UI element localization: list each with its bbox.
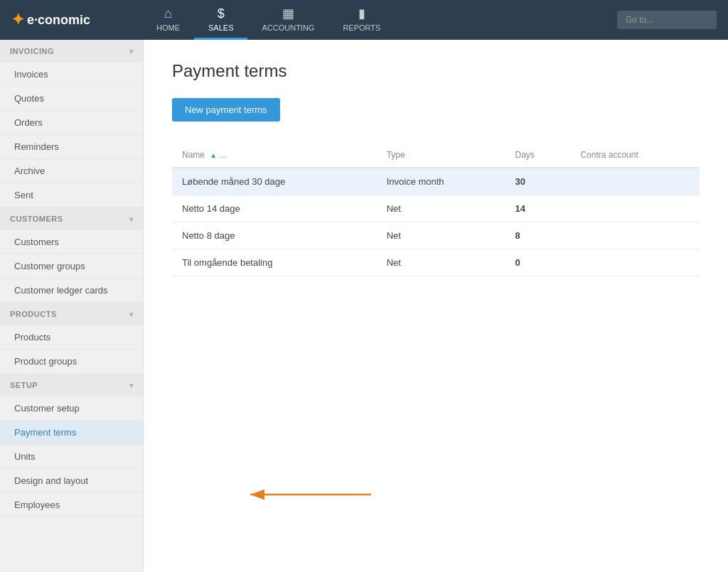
logo-dot: ✦ (11, 11, 24, 29)
sidebar-item-quotes[interactable]: Quotes (0, 87, 143, 111)
cell-days: 14 (505, 195, 571, 222)
sidebar-item-units[interactable]: Units (0, 445, 143, 469)
cell-contra-account (570, 168, 700, 195)
new-payment-terms-button[interactable]: New payment terms (172, 98, 280, 122)
col-header-contra-account[interactable]: Contra account (570, 143, 700, 168)
logo-text: e·conomic (27, 13, 90, 28)
sidebar: INVOICING ▾ Invoices Quotes Orders Remin… (0, 40, 144, 572)
main-content: Payment terms New payment terms Name ▲ .… (144, 40, 728, 572)
cell-type: Net (377, 195, 505, 222)
page-title: Payment terms (172, 61, 700, 81)
cell-type: Invoice month (377, 168, 505, 195)
col-header-days[interactable]: Days (505, 143, 571, 168)
sidebar-item-reminders[interactable]: Reminders (0, 135, 143, 159)
nav-search-area (606, 0, 728, 40)
arrow-svg (243, 480, 385, 509)
cell-days: 8 (505, 222, 571, 249)
col-header-name[interactable]: Name ▲ ... (172, 143, 377, 168)
cell-type: Net (377, 222, 505, 249)
payment-terms-table: Name ▲ ... Type Days Contra account Løbe… (172, 143, 700, 276)
nav-reports-label: REPORTS (343, 23, 380, 32)
cell-contra-account (570, 222, 700, 249)
nav-items: ⌂ HOME $ SALES ▦ ACCOUNTING ▮ REPORTS (142, 0, 395, 40)
nav-sales-label: SALES (208, 23, 233, 32)
chevron-down-icon: ▾ (129, 48, 134, 55)
table-row[interactable]: Netto 8 dage Net 8 (172, 222, 700, 249)
sidebar-item-payment-terms[interactable]: Payment terms (0, 421, 143, 445)
sidebar-item-products[interactable]: Products (0, 325, 143, 350)
nav-home[interactable]: ⌂ HOME (142, 0, 194, 40)
sidebar-section-products-label: PRODUCTS (10, 310, 57, 318)
main-layout: INVOICING ▾ Invoices Quotes Orders Remin… (0, 40, 728, 572)
nav-accounting[interactable]: ▦ ACCOUNTING (247, 0, 328, 40)
cell-type: Net (377, 249, 505, 276)
table-row[interactable]: Løbende måned 30 dage Invoice month 30 (172, 168, 700, 195)
logo-area: ✦ e·conomic (0, 0, 142, 40)
cell-name: Netto 14 dage (172, 195, 377, 222)
search-input[interactable] (617, 11, 717, 29)
sidebar-section-invoicing-label: INVOICING (10, 47, 54, 55)
chevron-down-icon: ▾ (129, 311, 134, 318)
sidebar-section-setup[interactable]: SETUP ▾ (0, 374, 143, 396)
table-row[interactable]: Til omgående betaling Net 0 (172, 249, 700, 276)
sidebar-item-customer-setup[interactable]: Customer setup (0, 396, 143, 421)
nav-home-label: HOME (156, 23, 180, 32)
home-icon: ⌂ (164, 6, 172, 21)
sidebar-section-products[interactable]: PRODUCTS ▾ (0, 303, 143, 325)
nav-accounting-label: ACCOUNTING (262, 23, 314, 32)
sidebar-item-archive[interactable]: Archive (0, 159, 143, 183)
chevron-down-icon: ▾ (129, 215, 134, 223)
nav-sales[interactable]: $ SALES (194, 0, 247, 40)
sidebar-item-customers[interactable]: Customers (0, 230, 143, 254)
col-name-ellipsis: ... (220, 150, 227, 160)
accounting-icon: ▦ (282, 6, 294, 21)
sidebar-item-sent[interactable]: Sent (0, 183, 143, 207)
cell-name: Til omgående betaling (172, 249, 377, 276)
cell-name: Netto 8 dage (172, 222, 377, 249)
sidebar-item-product-groups[interactable]: Product groups (0, 350, 143, 374)
cell-days: 30 (505, 168, 571, 195)
sidebar-section-customers[interactable]: CUSTOMERS ▾ (0, 207, 143, 230)
arrow-annotation (243, 480, 385, 511)
top-nav: ✦ e·conomic ⌂ HOME $ SALES ▦ ACCOUNTING … (0, 0, 728, 40)
sidebar-item-customer-ledger-cards[interactable]: Customer ledger cards (0, 279, 143, 303)
cell-contra-account (570, 195, 700, 222)
reports-icon: ▮ (358, 6, 365, 21)
cell-name: Løbende måned 30 dage (172, 168, 377, 195)
sidebar-section-invoicing[interactable]: INVOICING ▾ (0, 40, 143, 63)
sort-asc-icon: ▲ (210, 151, 217, 159)
nav-reports[interactable]: ▮ REPORTS (328, 0, 395, 40)
sales-icon: $ (218, 6, 225, 21)
sidebar-section-customers-label: CUSTOMERS (10, 215, 63, 223)
cell-days: 0 (505, 249, 571, 276)
chevron-down-icon: ▾ (129, 382, 134, 389)
sidebar-section-setup-label: SETUP (10, 381, 38, 389)
table-row[interactable]: Netto 14 dage Net 14 (172, 195, 700, 222)
sidebar-item-employees[interactable]: Employees (0, 493, 143, 517)
table-header-row: Name ▲ ... Type Days Contra account (172, 143, 700, 168)
sidebar-item-customer-groups[interactable]: Customer groups (0, 254, 143, 279)
cell-contra-account (570, 249, 700, 276)
col-name-label: Name (182, 150, 205, 160)
col-header-type[interactable]: Type (377, 143, 505, 168)
sidebar-item-design-and-layout[interactable]: Design and layout (0, 469, 143, 493)
sidebar-item-invoices[interactable]: Invoices (0, 63, 143, 87)
sidebar-item-orders[interactable]: Orders (0, 111, 143, 135)
logo: ✦ e·conomic (11, 11, 90, 29)
